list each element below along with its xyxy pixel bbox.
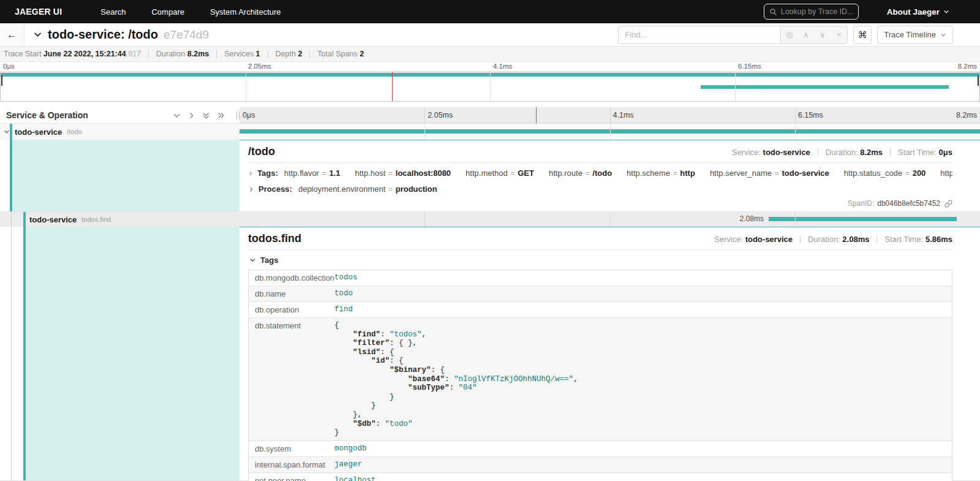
focus-match-button[interactable]: ◎ (781, 26, 797, 44)
span-detail-title: todos.find (248, 232, 301, 245)
gridline (610, 107, 611, 123)
nav-item-compare[interactable]: Compare (138, 0, 197, 23)
chevron-right-icon (248, 170, 253, 176)
equals-sign: = (673, 170, 677, 177)
tag-value: GET (518, 169, 534, 178)
expand-all-button[interactable] (217, 112, 225, 119)
json-line: "$db": "todo" (334, 420, 947, 429)
json-line: { (334, 321, 947, 330)
json-punct: : { }, (390, 339, 417, 347)
back-button[interactable]: ← (0, 23, 24, 46)
tag-table-row[interactable]: net.peer.namelocalhost (249, 473, 952, 481)
double-chevron-down-icon (202, 112, 210, 119)
tag-key: http.method (466, 169, 508, 178)
trace-id-short: e7e74d9 (164, 28, 209, 42)
span-meta-item: Start Time: 0μs (898, 148, 952, 157)
tag-table-row[interactable]: db.operationfind (249, 302, 952, 318)
trace-title-wrap: todo-service: /todo e7e74d9 (33, 28, 618, 42)
tags-accordion[interactable]: Tags: http.flavor=1.1http.host=localhost… (248, 169, 952, 178)
clear-find-button[interactable]: × (831, 26, 847, 44)
span-detail-todos-find-card: todos.find Service: todo-serviceDuration… (239, 227, 980, 480)
tag-value: production (396, 184, 437, 194)
trace-view-select[interactable]: Trace Timeline (877, 26, 953, 44)
tag-table-row[interactable]: db.systemmongodb (249, 441, 952, 457)
span-bar-todos-find[interactable] (769, 217, 957, 221)
json-line: "subType": "04" (334, 384, 947, 393)
span-row-todo-label[interactable]: todo-service /todo (0, 124, 239, 140)
nav-item-search[interactable]: Search (88, 0, 138, 23)
json-punct: : { (431, 366, 445, 374)
equals-sign: = (388, 170, 392, 177)
span-row-todos-find[interactable]: todo-service todos.find 2.08ms (0, 212, 980, 227)
equals-sign: = (388, 186, 392, 193)
collapse-one-button[interactable] (173, 112, 181, 119)
span-service-name: todo-service (15, 127, 62, 137)
trace-page-header: ← todo-service: /todo e7e74d9 ◎ ∧ ∨ × ⌘ … (0, 23, 980, 47)
span-row-todo[interactable]: todo-service /todo (0, 124, 980, 140)
tag-key: http.server_name (710, 169, 772, 178)
process-accordion[interactable]: Process: deployment.environment=producti… (248, 184, 952, 194)
tag-item: http.target=/todo (940, 169, 952, 178)
separator (148, 50, 149, 58)
json-string: "nIoglVfKTzKjOOhhNUhQ/w==" (454, 375, 573, 384)
jaeger-logo[interactable]: JAEGER UI (15, 7, 62, 17)
next-match-button[interactable]: ∨ (814, 26, 831, 44)
tag-key: http.flavor (284, 169, 319, 178)
meta-value: 0μs (939, 148, 952, 157)
about-jaeger-label: About Jaeger (887, 7, 940, 17)
keyboard-shortcuts-button[interactable]: ⌘ (853, 26, 872, 44)
json-punct: : { (390, 357, 404, 365)
summary-value: June 22 2022, 15:21:44 (43, 50, 126, 58)
search-icon (769, 8, 777, 16)
focus-icon: ◎ (786, 30, 793, 39)
separator (890, 148, 891, 156)
span-operation-name: /todo (67, 128, 81, 135)
indent-guide (11, 212, 12, 227)
minimap-canvas[interactable] (0, 72, 980, 102)
span-row-todo-track[interactable] (239, 124, 980, 140)
json-punct: : (376, 420, 385, 428)
span-meta-item: Service: todo-service (732, 148, 810, 157)
summary-label: Total Spans (317, 50, 360, 58)
span-detail-todo-card: /todo Service: todo-serviceDuration: 8.2… (239, 140, 980, 211)
minimap-left-scrubber[interactable] (1, 75, 2, 86)
json-punct: : (380, 330, 390, 339)
summary-label: Services (224, 50, 255, 58)
trace-lookup-box[interactable] (764, 4, 859, 20)
prev-match-button[interactable]: ∧ (797, 26, 814, 44)
copy-link-icon[interactable] (944, 200, 952, 208)
expand-one-button[interactable] (187, 112, 195, 119)
span-row-todos-find-track[interactable]: 2.08ms (239, 212, 980, 227)
tag-table-row[interactable]: internal.span.formatjaeger (249, 457, 952, 473)
equals-sign: = (775, 170, 778, 177)
nav-item-system-architecture[interactable]: System Architecture (197, 0, 294, 23)
tags-section-accordion[interactable]: Tags (249, 256, 952, 265)
tag-table-row[interactable]: db.nametodo (249, 286, 952, 302)
tag-table-row[interactable]: db.statement{ "find": "todos", "filter":… (249, 318, 952, 441)
minimap-tick-label: 8.2ms (958, 62, 977, 70)
find-button-group: ◎ ∧ ∨ × (780, 26, 848, 44)
json-key: "$binary" (390, 366, 431, 374)
json-string: "04" (459, 384, 477, 392)
tags-section-label: Tags (260, 256, 278, 265)
collapse-all-button[interactable] (202, 112, 210, 119)
minimap-right-scrubber[interactable] (978, 75, 979, 86)
tag-value: 1.1 (329, 169, 340, 178)
chevron-down-icon (940, 32, 946, 38)
process-accordion-label: Process: (258, 184, 292, 194)
collapse-span-chevron-icon[interactable] (4, 129, 10, 135)
json-indent (334, 366, 390, 374)
span-detail-title: /todo (248, 145, 275, 158)
tag-item: http.scheme=http (627, 169, 695, 178)
trace-lookup-input[interactable] (781, 7, 853, 16)
tag-table-row[interactable]: db.mongodb.collectiontodos (249, 270, 952, 286)
span-detail-todos-find: todos.find Service: todo-serviceDuration… (0, 227, 980, 481)
span-row-todos-find-label[interactable]: todo-service todos.find (0, 212, 239, 227)
find-input[interactable] (618, 26, 780, 44)
span-color-bar (23, 212, 26, 227)
span-detail-todo-leftpane (0, 140, 239, 211)
json-punct: }, (353, 411, 362, 419)
json-line: } (334, 401, 947, 411)
about-jaeger-menu[interactable]: About Jaeger (887, 7, 949, 17)
collapse-trace-chevron-icon[interactable] (33, 30, 42, 39)
